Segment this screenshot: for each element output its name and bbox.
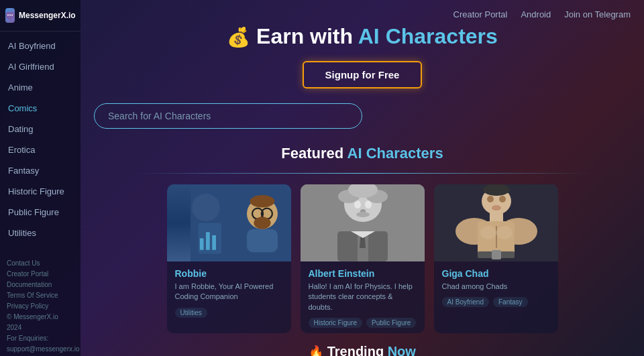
card-robbie-name: Robbie — [175, 268, 283, 279]
support-email[interactable]: support@messengerx.io — [7, 344, 74, 355]
sidebar-item-dating[interactable]: Dating — [0, 119, 80, 139]
card-einstein[interactable]: Albert Einstein Hallo! I am AI for Physi… — [301, 184, 425, 333]
card-giga-chad-tags: AI Boyfriend Fantasy — [442, 297, 550, 307]
card-giga-chad-tag-1: Fantasy — [493, 297, 528, 307]
sidebar-item-historic-figure[interactable]: Historic Figure — [0, 181, 80, 202]
svg-rect-16 — [212, 235, 216, 250]
svg-point-5 — [192, 194, 219, 221]
hero-section: 💰 Earn with AI Characters Signup for Fre… — [94, 24, 631, 145]
card-einstein-tag-1: Public Figure — [366, 318, 416, 328]
card-giga-chad-desc: Chad among Chads — [442, 282, 550, 292]
hero-title-part1: Earn with — [256, 24, 353, 48]
svg-rect-37 — [490, 213, 503, 223]
svg-point-2 — [9, 15, 11, 16]
svg-rect-14 — [199, 239, 203, 250]
signup-button[interactable]: Signup for Free — [303, 61, 423, 88]
contact-us-link[interactable]: Contact Us — [7, 258, 74, 269]
sidebar-item-anime[interactable]: Anime — [0, 77, 80, 98]
card-robbie-body: Robbie I am Robbie, Your AI Powered Codi… — [167, 261, 291, 323]
card-einstein-name: Albert Einstein — [309, 268, 417, 279]
enquiries-label: For Enquiries: — [7, 335, 48, 342]
card-giga-chad-tag-0: AI Boyfriend — [442, 297, 489, 307]
copyright: © MessengerX.io 2024 — [7, 313, 58, 331]
card-einstein-tag-0: Historic Figure — [309, 318, 362, 328]
sidebar-item-fantasy[interactable]: Fantasy — [0, 160, 80, 181]
featured-title-part1: Featured — [281, 145, 343, 162]
sidebar-nav: AI Boyfriend AI Girlfriend Anime Comics … — [0, 36, 80, 243]
cards-row: Robbie I am Robbie, Your AI Powered Codi… — [134, 184, 590, 333]
sidebar-logo: MessengerX.io — [0, 0, 80, 32]
main-content: 💰 Earn with AI Characters Signup for Fre… — [80, 0, 644, 356]
logo-text: MessengerX.io — [19, 11, 76, 20]
trending-section: 🔥 Trending Now — [309, 344, 416, 356]
card-robbie-desc: I am Robbie, Your AI Powered Coding Comp… — [175, 282, 283, 302]
card-giga-chad-body: Giga Chad Chad among Chads AI Boyfriend … — [434, 261, 558, 312]
sidebar-item-ai-girlfriend[interactable]: AI Girlfriend — [0, 56, 80, 77]
trending-title: 🔥 Trending Now — [309, 344, 416, 356]
sidebar-item-comics[interactable]: Comics — [0, 98, 80, 119]
sidebar-item-utilities[interactable]: Utilities — [0, 223, 80, 243]
card-giga-chad-name: Giga Chad — [442, 268, 550, 279]
svg-point-27 — [365, 200, 372, 209]
card-einstein-body: Albert Einstein Hallo! I am AI for Physi… — [301, 261, 425, 333]
terms-link[interactable]: Terms Of Service — [7, 290, 74, 301]
trending-title-part1: Trending — [327, 344, 384, 356]
svg-point-1 — [7, 15, 9, 16]
card-giga-chad-image — [434, 184, 558, 261]
featured-divider — [134, 173, 590, 174]
svg-rect-8 — [246, 229, 277, 253]
svg-rect-45 — [492, 250, 501, 259]
sidebar-item-ai-boyfriend[interactable]: AI Boyfriend — [0, 36, 80, 56]
sidebar-item-public-figure[interactable]: Public Figure — [0, 202, 80, 223]
svg-point-43 — [496, 226, 513, 239]
top-bar: Creator Portal Android Join on Telegram — [440, 0, 645, 29]
card-einstein-image — [301, 184, 425, 261]
card-robbie-tags: Utilities — [175, 308, 283, 318]
svg-point-29 — [356, 212, 370, 217]
search-input[interactable] — [94, 103, 362, 129]
sidebar-footer: Contact Us Creator Portal Documentation … — [0, 254, 80, 356]
svg-point-42 — [480, 226, 496, 239]
logo-icon — [5, 8, 15, 23]
telegram-link[interactable]: Join on Telegram — [564, 9, 631, 19]
sidebar: MessengerX.io AI Boyfriend AI Girlfriend… — [0, 0, 80, 356]
hero-emoji: 💰 — [227, 27, 250, 48]
documentation-link[interactable]: Documentation — [7, 280, 74, 290]
featured-title-accent: AI Characters — [347, 145, 443, 162]
card-robbie-tag-0: Utilities — [175, 308, 207, 318]
featured-section: Featured AI Characters — [134, 145, 590, 333]
card-robbie[interactable]: Robbie I am Robbie, Your AI Powered Codi… — [167, 184, 291, 333]
privacy-link[interactable]: Privacy Policy — [7, 301, 74, 312]
creator-portal-link[interactable]: Creator Portal — [453, 9, 508, 19]
svg-rect-15 — [206, 232, 210, 249]
card-einstein-tags: Historic Figure Public Figure — [309, 318, 417, 328]
sidebar-item-erotica[interactable]: Erotica — [0, 139, 80, 160]
featured-title: Featured AI Characters — [134, 145, 590, 162]
android-link[interactable]: Android — [521, 9, 551, 19]
svg-point-26 — [354, 200, 361, 209]
card-einstein-desc: Hallo! I am AI for Physics. I help stude… — [309, 282, 417, 312]
svg-point-47 — [499, 196, 506, 202]
card-robbie-image — [167, 184, 291, 261]
card-giga-chad[interactable]: Giga Chad Chad among Chads AI Boyfriend … — [434, 184, 558, 333]
svg-point-13 — [250, 195, 274, 207]
svg-point-3 — [11, 15, 13, 16]
trending-title-accent: Now — [388, 344, 416, 356]
creator-portal-footer-link[interactable]: Creator Portal — [7, 269, 74, 280]
svg-point-46 — [487, 196, 494, 202]
search-container — [94, 103, 362, 129]
svg-point-12 — [254, 217, 270, 229]
svg-point-48 — [492, 205, 501, 211]
trending-emoji: 🔥 — [309, 345, 323, 356]
